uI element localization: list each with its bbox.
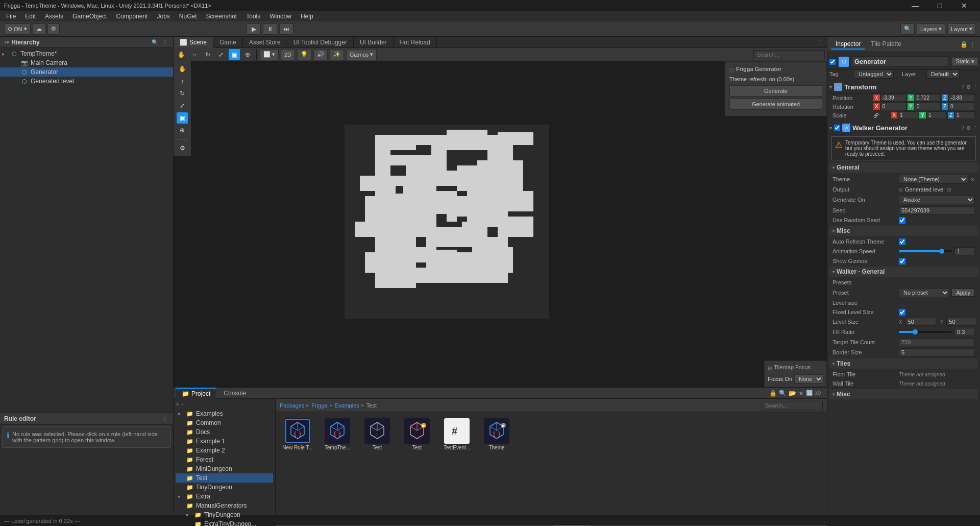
- lighting-btn[interactable]: 💡: [297, 49, 311, 60]
- tool-left-3[interactable]: ↻: [177, 88, 188, 99]
- breadcrumb-frigga[interactable]: Frigga: [311, 402, 327, 409]
- hierarchy-item-generatedlevel[interactable]: ⬡ Generated level: [0, 77, 173, 86]
- tab-game[interactable]: Game: [213, 37, 243, 48]
- autorefresh-checkbox[interactable]: [899, 238, 905, 245]
- fillratio-input[interactable]: [954, 328, 975, 336]
- go-tag-select[interactable]: Untagged: [854, 69, 894, 79]
- scale-z-input[interactable]: [954, 111, 975, 119]
- animspeed-input[interactable]: [954, 247, 975, 255]
- walker-help-icon[interactable]: ?: [961, 125, 964, 131]
- fixedlevelsize-checkbox[interactable]: [899, 309, 905, 316]
- transform-help-icon[interactable]: ?: [961, 84, 964, 90]
- project-item-theme[interactable]: { } ▶ Theme: [479, 416, 514, 452]
- audio-btn[interactable]: 🔊: [313, 49, 328, 60]
- tab-scene[interactable]: ⬜ Scene: [174, 37, 213, 48]
- project-item-example1[interactable]: 📁 Example 1: [176, 437, 273, 446]
- hierarchy-item-temptheme[interactable]: ▸ ⬡ TempTheme*: [0, 49, 173, 58]
- menu-tools[interactable]: Tools: [242, 11, 264, 21]
- scale-x-input[interactable]: [898, 111, 918, 119]
- menu-file[interactable]: File: [2, 11, 20, 21]
- tree-add-btn[interactable]: +: [176, 401, 179, 407]
- layout-button[interactable]: Layout ▾: [947, 23, 976, 35]
- walker-more-icon[interactable]: ⋮: [973, 125, 978, 131]
- position-x-input[interactable]: [880, 94, 906, 102]
- account-button[interactable]: ⊙ ON ▾: [4, 23, 31, 35]
- transform-settings-icon[interactable]: ⚙: [966, 84, 971, 90]
- layers-button[interactable]: Layers ▾: [917, 23, 945, 35]
- menu-screenshot[interactable]: Screenshot: [202, 11, 241, 21]
- apply-button[interactable]: Apply: [951, 289, 975, 297]
- menu-help[interactable]: Help: [297, 11, 317, 21]
- targettile-input[interactable]: [899, 338, 975, 346]
- tool-left-5[interactable]: ▣: [177, 112, 188, 124]
- search-button[interactable]: 🔍: [900, 23, 915, 35]
- hierarchy-search-icon[interactable]: 🔍: [151, 38, 159, 46]
- tab-assetstore[interactable]: Asset Store: [243, 37, 287, 48]
- walker-collapse-arrow[interactable]: ▾: [829, 125, 832, 131]
- menu-jobs[interactable]: Jobs: [153, 11, 174, 21]
- project-item-test[interactable]: 📁 Test: [176, 473, 273, 483]
- transform-more-icon[interactable]: ⋮: [973, 84, 978, 90]
- levelsize-x-input[interactable]: [905, 318, 936, 326]
- walker-settings-icon[interactable]: ⚙: [966, 125, 971, 131]
- close-button[interactable]: ✕: [952, 0, 976, 11]
- menu-gameobject[interactable]: GameObject: [68, 11, 111, 21]
- minimize-button[interactable]: —: [903, 0, 927, 11]
- hierarchy-menu-icon[interactable]: ⋮: [161, 38, 169, 46]
- menu-assets[interactable]: Assets: [41, 11, 67, 21]
- tool-left-extra[interactable]: ⚙: [177, 142, 188, 154]
- gizmos-btn[interactable]: Gizmos ▾: [346, 49, 377, 60]
- position-z-input[interactable]: [948, 94, 975, 102]
- section-tiles[interactable]: ▾ Tiles: [829, 358, 978, 369]
- seed-input[interactable]: [899, 206, 975, 214]
- project-item-tinydungeon2[interactable]: ▾ 📁 TinyDungeon: [176, 510, 273, 519]
- tool-hand[interactable]: ✋: [176, 49, 187, 60]
- project-item-example2[interactable]: 📁 Example 2: [176, 446, 273, 455]
- hierarchy-item-maincamera[interactable]: 📷 Main Camera: [0, 58, 173, 67]
- cloud-button[interactable]: ☁: [33, 23, 45, 35]
- tool-left-2[interactable]: ↕: [177, 76, 188, 87]
- rule-editor-menu-icon[interactable]: ⋮: [161, 415, 169, 423]
- inspector-more-icon[interactable]: ⋮: [970, 41, 976, 48]
- randomseed-checkbox[interactable]: [899, 217, 905, 224]
- animspeed-slider[interactable]: [899, 250, 952, 252]
- scene-search-input[interactable]: [753, 50, 825, 59]
- scale-y-input[interactable]: [926, 111, 947, 119]
- bordersize-input[interactable]: [899, 348, 975, 356]
- section-walker-general[interactable]: ▾ Walker - General: [829, 267, 978, 277]
- project-item-minidungeon[interactable]: 📁 MiniDungeon: [176, 464, 273, 473]
- tool-left-1[interactable]: ✋: [177, 63, 188, 75]
- tool-left-4[interactable]: ⤢: [177, 100, 188, 111]
- tool-rotate[interactable]: ↻: [202, 49, 213, 60]
- showgizmos-checkbox[interactable]: [899, 258, 905, 265]
- project-item-extra[interactable]: ▾ 📁 Extra: [176, 492, 273, 501]
- scene-tab-more[interactable]: ⋮: [818, 39, 823, 45]
- tool-transform[interactable]: ⊕: [242, 49, 253, 60]
- play-button[interactable]: ▶: [247, 23, 261, 35]
- rotation-y-input[interactable]: [915, 103, 941, 110]
- project-item-temptheme[interactable]: { } TempThe...: [320, 416, 355, 452]
- walker-active-checkbox[interactable]: [834, 125, 840, 131]
- tab-uibuilder[interactable]: UI Builder: [354, 37, 394, 48]
- project-item-newrule[interactable]: { } New Rule T...: [280, 416, 315, 452]
- star-icon[interactable]: ★: [798, 390, 804, 397]
- output-target-icon[interactable]: ⊙: [947, 186, 951, 193]
- pause-button[interactable]: ⏸: [263, 23, 277, 35]
- rotation-x-input[interactable]: [880, 103, 906, 110]
- frigga-generate-btn[interactable]: Generate: [729, 85, 822, 97]
- menu-component[interactable]: Component: [112, 11, 152, 21]
- project-item-test1[interactable]: Test: [359, 416, 395, 452]
- collab-settings-button[interactable]: ⚙: [47, 23, 60, 35]
- go-name-input[interactable]: [852, 56, 949, 67]
- frigga-generate-animated-btn[interactable]: Generate animated: [729, 99, 822, 110]
- project-search-input[interactable]: [762, 401, 823, 410]
- inspector-lock-icon[interactable]: 🔒: [960, 41, 968, 48]
- menu-window[interactable]: Window: [265, 11, 296, 21]
- project-item-extratiny[interactable]: 📁 ExtraTinyDungeo...: [176, 519, 273, 526]
- theme-select[interactable]: None (Theme): [899, 175, 968, 184]
- effects-btn[interactable]: ✨: [330, 49, 344, 60]
- go-active-checkbox[interactable]: [829, 59, 836, 65]
- tab-hotreload[interactable]: Hot Reload: [394, 37, 437, 48]
- search-icon[interactable]: 🔍: [779, 390, 787, 397]
- project-item-forest[interactable]: 📁 Forest: [176, 455, 273, 464]
